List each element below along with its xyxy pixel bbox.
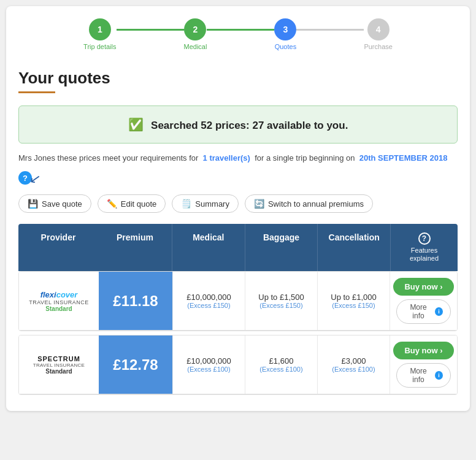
arrow-down-icon: ↙ [28, 171, 42, 188]
edit-icon: ✏️ [107, 199, 117, 209]
step-2-circle: 2 [184, 18, 206, 40]
step-4: 4 Purchase [364, 18, 392, 50]
title-underline [18, 91, 55, 93]
actions-flexicover: Buy now › More info i [390, 272, 457, 330]
table-row: flexicover TRAVEL INSURANCE Standard £11… [19, 272, 457, 331]
col-header-baggage: Baggage [245, 224, 318, 271]
premium-spectrum: £12.78 [99, 335, 172, 394]
step-1: 1 Trip details [83, 18, 116, 50]
col-header-medical: Medical [172, 224, 245, 271]
provider-flexicover: flexicover TRAVEL INSURANCE Standard [19, 272, 99, 330]
flexicover-logo: flexicover TRAVEL INSURANCE Standard [29, 290, 89, 312]
buy-now-spectrum[interactable]: Buy now › [393, 342, 453, 359]
cancellation-spectrum: £3,000 (Excess £100) [317, 335, 390, 394]
banner-text: Searched 52 prices: 27 available to you. [151, 120, 348, 131]
more-info-flexicover[interactable]: More info i [396, 299, 451, 324]
check-icon: ✅ [128, 118, 144, 131]
more-info-spectrum[interactable]: More info i [396, 363, 451, 388]
step-line-1-2 [117, 29, 184, 31]
step-1-circle: 1 [89, 18, 111, 40]
step-2: 2 Medical [184, 18, 207, 50]
flexicover-name: flexicover [40, 290, 78, 299]
col-header-provider: Provider [18, 224, 98, 271]
main-container: 1 Trip details 2 Medical 3 Quotes 4 Purc… [6, 6, 470, 411]
col-header-premium: Premium [98, 224, 172, 271]
medical-spectrum: £10,000,000 (Excess £100) [172, 335, 245, 394]
more-info-icon-flexicover: i [435, 307, 443, 316]
step-3-circle: 3 [274, 18, 296, 40]
step-4-circle: 4 [367, 18, 390, 40]
summary-icon: 🗒️ [181, 199, 191, 209]
progress-bar: 1 Trip details 2 Medical 3 Quotes 4 Purc… [18, 18, 458, 50]
search-banner: ✅ Searched 52 prices: 27 available to yo… [18, 105, 458, 144]
step-3-label: Quotes [275, 43, 296, 50]
save-icon: 💾 [28, 199, 38, 209]
info-text: Mrs Jones these prices meet your require… [18, 153, 458, 163]
premium-flexicover: £11.18 [99, 272, 172, 330]
step-2-label: Medical [184, 43, 207, 50]
provider-spectrum: SPECTRUM TRAVEL INSURANCE Standard [19, 335, 99, 394]
flexicover-tier: Standard [45, 305, 72, 312]
col-header-cancellation: Cancellation [317, 224, 390, 271]
baggage-flexicover: Up to £1,500 (Excess £150) [245, 272, 317, 330]
actions-spectrum: Buy now › More info i [390, 335, 457, 394]
step-4-label: Purchase [364, 43, 392, 50]
spectrum-subtitle: TRAVEL INSURANCE [33, 362, 85, 368]
flexicover-subtitle: TRAVEL INSURANCE [29, 299, 89, 305]
buy-now-flexicover[interactable]: Buy now › [393, 278, 453, 296]
spectrum-logo: SPECTRUM TRAVEL INSURANCE Standard [33, 355, 85, 375]
help-row: ? ↙ [18, 169, 458, 187]
table-row: SPECTRUM TRAVEL INSURANCE Standard £12.7… [19, 335, 457, 394]
step-3: 3 Quotes [274, 18, 296, 50]
cancellation-flexicover: Up to £1,000 (Excess £150) [317, 272, 390, 330]
features-label: Featuresexplained [410, 247, 439, 263]
edit-quote-button[interactable]: ✏️ Edit quote [98, 194, 166, 213]
more-info-icon-spectrum: i [435, 371, 443, 380]
baggage-spectrum: £1,600 (Excess £100) [245, 335, 317, 394]
spectrum-tier: Standard [45, 368, 72, 375]
step-1-label: Trip details [83, 43, 116, 50]
spectrum-name: SPECTRUM [37, 355, 80, 362]
switch-annual-button[interactable]: 🔄 Switch to annual premiums [245, 194, 373, 213]
medical-flexicover: £10,000,000 (Excess £150) [172, 272, 245, 330]
quote-row-flexicover: flexicover TRAVEL INSURANCE Standard £11… [18, 271, 458, 331]
switch-icon: 🔄 [254, 199, 264, 209]
save-quote-button[interactable]: 💾 Save quote [18, 194, 91, 213]
table-header: Provider Premium Medical Baggage Cancell… [18, 224, 458, 271]
step-line-3-4 [296, 29, 364, 31]
page-title: Your quotes [18, 69, 458, 88]
summary-button[interactable]: 🗒️ Summary [172, 194, 239, 213]
action-buttons: 💾 Save quote ✏️ Edit quote 🗒️ Summary 🔄 … [18, 194, 458, 213]
quotes-table: Provider Premium Medical Baggage Cancell… [18, 224, 458, 395]
quote-row-spectrum: SPECTRUM TRAVEL INSURANCE Standard £12.7… [18, 335, 458, 395]
features-question-icon[interactable]: ? [418, 232, 431, 245]
step-line-2-3 [207, 29, 274, 31]
col-header-features: ? Featuresexplained [390, 224, 458, 271]
